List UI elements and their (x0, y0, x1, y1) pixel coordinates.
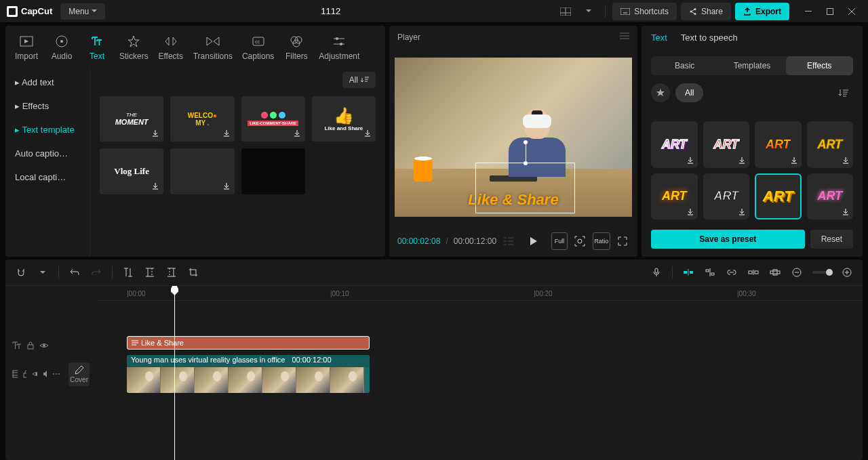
maximize-button[interactable] (821, 3, 840, 20)
tab-stickers[interactable]: Stickers (115, 31, 153, 64)
split-button[interactable] (119, 264, 137, 281)
tab-filters[interactable]: Filters (279, 31, 313, 64)
layout-icon[interactable] (556, 3, 575, 20)
sort-button[interactable] (834, 83, 853, 102)
close-button[interactable] (842, 3, 861, 20)
video-clip[interactable]: Young man uses virtual reality glasses i… (127, 355, 370, 393)
overlay-text[interactable]: Like & Share (468, 191, 558, 209)
all-filter[interactable]: All (675, 83, 703, 102)
zoom-out-button[interactable] (788, 264, 806, 281)
snap-icon[interactable] (679, 264, 697, 281)
app-logo: CapCut (7, 6, 52, 17)
svg-rect-58 (770, 271, 780, 274)
shortcuts-button[interactable]: Shortcuts (612, 3, 677, 20)
filter-all-button[interactable]: All (342, 72, 376, 88)
align-icon[interactable] (701, 264, 719, 281)
save-preset-button[interactable]: Save as preset (651, 230, 805, 249)
template-thumb[interactable]: WELCO●MY . (170, 96, 234, 142)
tab-text-inspector[interactable]: Text (651, 33, 667, 49)
template-thumb[interactable]: THEMOMENT (100, 96, 163, 142)
trim-left-button[interactable] (141, 264, 159, 281)
art-preset[interactable]: ART (703, 173, 750, 220)
resize-handle[interactable] (524, 161, 528, 165)
scan-icon[interactable] (573, 232, 587, 250)
trim-right-button[interactable] (163, 264, 180, 281)
mic-icon[interactable] (648, 264, 665, 281)
crop-button[interactable] (184, 264, 202, 281)
zoom-slider[interactable] (812, 271, 831, 274)
chevron-down-icon[interactable] (34, 264, 52, 281)
tab-transitions[interactable]: Transitions (189, 31, 237, 64)
template-thumb[interactable]: Vlog Life (100, 148, 163, 194)
menu-button[interactable]: Menu (60, 3, 105, 20)
magnet-icon[interactable] (12, 264, 30, 281)
video-preview[interactable]: Like & Share (395, 58, 632, 216)
chevron-down-icon[interactable] (579, 3, 598, 20)
undo-button[interactable] (66, 264, 83, 281)
speaker-icon[interactable] (43, 370, 47, 378)
filters-icon (290, 35, 302, 47)
art-preset[interactable]: ART (807, 121, 854, 168)
thumbs-up-icon: 👍 (334, 106, 354, 125)
tracks-content[interactable]: Like & Share Young man uses virtual real… (96, 301, 863, 460)
svg-rect-67 (13, 371, 18, 377)
template-thumb[interactable]: 👍Like and Share (312, 96, 376, 142)
favorites-filter[interactable] (651, 83, 670, 102)
sidebar-item-auto-captions[interactable]: Auto captio… (5, 142, 90, 165)
share-button[interactable]: Share (681, 3, 731, 20)
play-button[interactable] (526, 232, 540, 250)
link-icon[interactable] (723, 264, 741, 281)
player-panel: Player Like & Share 00:00:02:08 / (389, 26, 637, 257)
rotate-handle[interactable] (526, 144, 526, 161)
template-thumb[interactable] (170, 148, 234, 194)
tab-adjustment[interactable]: Adjustment (315, 31, 363, 64)
template-thumb[interactable] (241, 148, 305, 194)
sidebar-item-text-template[interactable]: ▸ Text template (5, 118, 90, 142)
art-preset[interactable]: ART (755, 121, 802, 168)
tab-effects[interactable]: Effects (154, 31, 188, 64)
sidebar-item-local-captions[interactable]: Local capti… (5, 165, 90, 189)
art-preset[interactable]: ART (651, 121, 698, 168)
zoom-in-button[interactable] (838, 264, 856, 281)
subtab-templates[interactable]: Templates (718, 56, 785, 75)
app-name: CapCut (21, 6, 52, 16)
svg-rect-70 (24, 373, 26, 377)
shortcuts-label: Shortcuts (634, 7, 669, 16)
tab-captions[interactable]: ccCaptions (238, 31, 278, 64)
list-icon[interactable] (502, 232, 515, 250)
download-icon (363, 129, 372, 138)
tab-text[interactable]: Text (80, 31, 114, 64)
insert-icon[interactable] (745, 264, 762, 281)
lock-icon[interactable] (27, 341, 34, 350)
ratio-button[interactable]: Ratio (593, 232, 610, 250)
more-icon[interactable]: ⋯ (52, 369, 60, 379)
export-button[interactable]: Export (735, 3, 789, 20)
playhead[interactable] (174, 286, 175, 460)
art-preset[interactable]: ART (703, 121, 750, 168)
tab-text-to-speech[interactable]: Text to speech (681, 33, 738, 49)
art-preset[interactable]: ART (755, 173, 802, 220)
art-preset[interactable]: ART (651, 173, 698, 220)
fullscreen-button[interactable] (616, 232, 629, 250)
cover-button[interactable]: Cover (68, 362, 90, 386)
timeline-ruler[interactable]: |00:00 |00:10 |00:20 |00:30 (96, 286, 863, 301)
eye-icon[interactable] (32, 371, 37, 377)
template-thumb[interactable]: LIKE·COMMENT·SHARE (241, 96, 305, 142)
full-button[interactable]: Full (551, 232, 568, 250)
tab-audio[interactable]: Audio (45, 31, 79, 64)
text-clip[interactable]: Like & Share (127, 336, 370, 350)
eye-icon[interactable] (39, 342, 49, 349)
sidebar-item-add-text[interactable]: ▸ Add text (5, 70, 90, 94)
sort-icon (839, 89, 848, 97)
lock-icon[interactable] (23, 370, 26, 378)
tab-import[interactable]: Import (9, 31, 43, 64)
art-preset[interactable]: ART (807, 173, 854, 220)
sidebar-item-effects[interactable]: ▸ Effects (5, 94, 90, 118)
subtab-effects[interactable]: Effects (786, 56, 853, 75)
overwrite-icon[interactable] (766, 264, 784, 281)
subtab-basic[interactable]: Basic (651, 56, 718, 75)
hamburger-icon[interactable] (620, 33, 629, 42)
reset-button[interactable]: Reset (810, 230, 853, 249)
minimize-button[interactable] (799, 3, 818, 20)
redo-button[interactable] (87, 264, 105, 281)
